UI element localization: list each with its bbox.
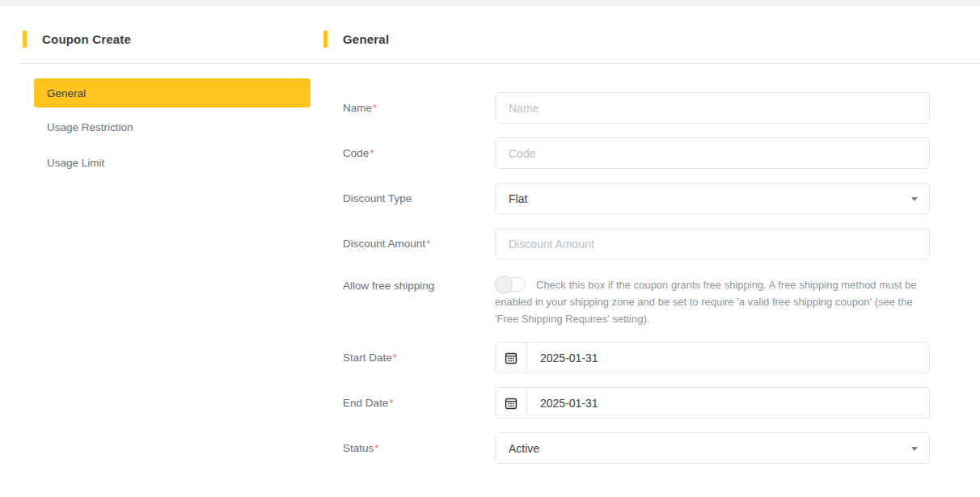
field-row-allow-free-shipping: Allow free shipping Check this box if th… xyxy=(343,270,930,327)
chevron-down-icon xyxy=(911,197,918,201)
name-label: Name* xyxy=(343,92,495,124)
end-date-input[interactable] xyxy=(527,387,930,419)
tab-general[interactable]: General xyxy=(34,78,310,107)
code-input[interactable] xyxy=(495,137,930,169)
start-date-label: Start Date* xyxy=(343,342,495,373)
required-mark: * xyxy=(426,238,430,250)
required-mark: * xyxy=(389,397,393,409)
free-shipping-description: Check this box if the coupon grants free… xyxy=(495,279,916,325)
calendar-icon xyxy=(505,397,517,410)
sidebar-title: Coupon Create xyxy=(23,31,131,48)
page-top-strip xyxy=(0,0,980,6)
field-row-name: Name* xyxy=(343,92,930,124)
calendar-addon-button[interactable] xyxy=(495,342,527,373)
tab-general-label: General xyxy=(47,87,86,99)
discount-type-label-text: Discount Type xyxy=(343,192,412,204)
header-divider xyxy=(19,63,980,64)
chevron-down-icon xyxy=(911,447,918,451)
calendar-icon xyxy=(505,352,517,364)
field-row-discount-amount: Discount Amount* xyxy=(343,228,930,259)
required-mark: * xyxy=(374,442,378,454)
field-row-discount-type: Discount Type Flat xyxy=(343,183,930,214)
field-row-start-date: Start Date* xyxy=(343,342,930,373)
sidebar-title-text: Coupon Create xyxy=(42,32,131,46)
discount-amount-label: Discount Amount* xyxy=(343,228,495,259)
code-label-text: Code xyxy=(343,147,369,159)
start-date-input[interactable] xyxy=(527,342,930,373)
required-mark: * xyxy=(393,352,397,364)
allow-free-shipping-label: Allow free shipping xyxy=(343,270,495,301)
toggle-knob xyxy=(495,276,513,293)
discount-type-label: Discount Type xyxy=(343,183,495,214)
tab-usage-limit-label: Usage Limit xyxy=(47,157,104,169)
status-select[interactable]: Active xyxy=(495,432,930,464)
accent-bar xyxy=(323,31,327,48)
required-mark: * xyxy=(373,102,377,114)
status-label: Status* xyxy=(343,432,495,464)
free-shipping-toggle[interactable] xyxy=(495,277,526,292)
tab-usage-restriction[interactable]: Usage Restriction xyxy=(34,111,310,143)
required-mark: * xyxy=(370,147,374,159)
field-row-status: Status* Active xyxy=(343,432,930,464)
end-date-label: End Date* xyxy=(343,387,495,419)
field-row-end-date: End Date* xyxy=(343,387,930,419)
field-row-code: Code* xyxy=(343,137,930,169)
tab-usage-limit[interactable]: Usage Limit xyxy=(34,146,310,179)
code-label: Code* xyxy=(343,137,495,169)
discount-amount-input[interactable] xyxy=(495,228,930,259)
end-date-label-text: End Date xyxy=(343,397,388,409)
start-date-label-text: Start Date xyxy=(343,352,392,364)
section-title: General xyxy=(323,31,389,48)
discount-type-value: Flat xyxy=(509,192,527,205)
calendar-addon-button[interactable] xyxy=(495,387,527,419)
discount-amount-label-text: Discount Amount xyxy=(343,238,425,250)
status-label-text: Status xyxy=(343,442,374,454)
tab-usage-restriction-label: Usage Restriction xyxy=(47,121,133,133)
allow-free-shipping-label-text: Allow free shipping xyxy=(343,280,434,292)
name-label-text: Name xyxy=(343,102,372,114)
discount-type-select[interactable]: Flat xyxy=(495,183,930,214)
accent-bar xyxy=(23,31,27,48)
section-title-text: General xyxy=(343,32,389,46)
name-input[interactable] xyxy=(495,92,930,124)
status-value: Active xyxy=(509,442,539,455)
coupon-tabs: General Usage Restriction Usage Limit xyxy=(34,78,310,179)
